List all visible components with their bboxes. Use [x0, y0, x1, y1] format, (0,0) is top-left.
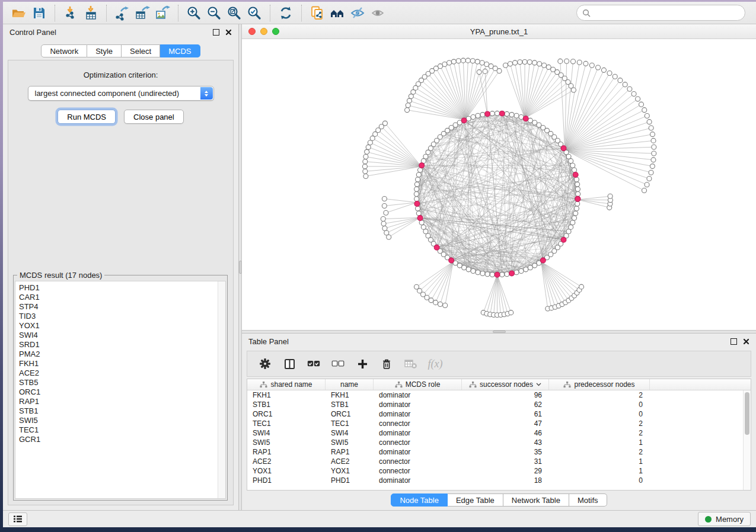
table-row[interactable]: YOX1YOX1connector291 — [247, 466, 743, 476]
graph-node[interactable] — [596, 65, 601, 70]
graph-node[interactable] — [429, 298, 433, 303]
graph-node[interactable] — [476, 113, 480, 118]
table-row[interactable]: TEC1TEC1connector472 — [247, 419, 743, 428]
mcds-result-item[interactable]: STP4 — [19, 302, 225, 312]
graph-node[interactable] — [471, 269, 476, 274]
mcds-result-item[interactable]: STB1 — [19, 406, 225, 416]
table-row[interactable]: SWI4SWI4dominator462 — [247, 428, 743, 438]
tab-network-table[interactable]: Network Table — [503, 493, 569, 507]
graph-node[interactable] — [575, 187, 580, 191]
graph-node[interactable] — [363, 174, 368, 178]
task-history-button[interactable] — [8, 512, 27, 526]
graph-node[interactable] — [447, 60, 452, 65]
graph-node[interactable] — [514, 270, 519, 275]
graph-node[interactable] — [509, 113, 514, 117]
graph-node[interactable] — [649, 126, 653, 130]
tab-node-table[interactable]: Node Table — [391, 493, 448, 507]
run-mcds-button[interactable]: Run MCDS — [58, 110, 116, 124]
select-all-rows-button[interactable] — [307, 358, 320, 370]
column-header-mcds-role[interactable]: MCDS role — [374, 379, 462, 390]
mcds-result-item[interactable]: TID3 — [19, 312, 225, 321]
mcds-result-item[interactable]: GCR1 — [19, 435, 225, 444]
graph-node[interactable] — [421, 225, 426, 229]
graph-node[interactable] — [414, 197, 419, 201]
column-header-name[interactable]: name — [326, 379, 374, 390]
graph-node[interactable] — [414, 192, 419, 197]
graph-node[interactable] — [570, 220, 575, 225]
graph-node[interactable] — [466, 267, 471, 272]
zoom-fit-button[interactable] — [224, 4, 244, 23]
graph-node[interactable] — [572, 216, 576, 220]
graph-hub-node[interactable] — [561, 146, 566, 151]
graph-node[interactable] — [451, 59, 456, 64]
graph-node[interactable] — [558, 59, 563, 63]
graph-node[interactable] — [575, 201, 580, 206]
graph-node[interactable] — [405, 108, 410, 113]
graph-node[interactable] — [518, 60, 522, 65]
graph-hub-node[interactable] — [419, 163, 425, 168]
graph-node[interactable] — [546, 65, 551, 69]
graph-node[interactable] — [438, 302, 442, 307]
tab-edge-table[interactable]: Edge Table — [448, 493, 503, 507]
graph-node[interactable] — [370, 136, 375, 140]
mcds-result-item[interactable]: ACE2 — [19, 368, 225, 378]
graph-node[interactable] — [365, 149, 369, 154]
graph-node[interactable] — [564, 59, 569, 63]
graph-node[interactable] — [569, 225, 573, 229]
graph-node[interactable] — [363, 169, 368, 174]
scrollbar-thumb[interactable] — [745, 392, 749, 435]
graph-node[interactable] — [532, 60, 537, 65]
graph-hub-node[interactable] — [509, 271, 515, 276]
graph-hub-node[interactable] — [417, 216, 423, 221]
graph-node[interactable] — [409, 94, 413, 99]
close-panel-icon[interactable] — [225, 29, 232, 36]
new-network-from-selection-button[interactable] — [307, 4, 327, 23]
graph-node[interactable] — [505, 272, 509, 277]
close-panel-icon[interactable] — [743, 338, 749, 345]
search-field[interactable] — [576, 5, 745, 21]
graph-node[interactable] — [485, 272, 490, 277]
column-header-successor-nodes[interactable]: successor nodes — [462, 379, 549, 390]
graph-hub-node[interactable] — [461, 118, 467, 123]
mcds-result-item[interactable]: TEC1 — [19, 425, 225, 435]
graph-node[interactable] — [532, 120, 537, 125]
mcds-result-item[interactable]: STB5 — [19, 378, 225, 387]
network-canvas[interactable] — [242, 39, 756, 330]
graph-node[interactable] — [519, 115, 524, 120]
graph-node[interactable] — [570, 59, 575, 64]
graph-node[interactable] — [363, 154, 368, 159]
graph-node[interactable] — [651, 158, 656, 162]
graph-hub-node[interactable] — [485, 111, 490, 117]
optimization-criterion-select[interactable]: largest connected component (undirected) — [28, 86, 214, 101]
graph-node[interactable] — [382, 204, 387, 209]
table-row[interactable]: FKH1FKH1dominator962 — [247, 390, 743, 400]
mcds-result-item[interactable]: PHD1 — [19, 283, 225, 293]
graph-node[interactable] — [443, 303, 448, 308]
graph-node[interactable] — [649, 170, 653, 175]
graph-node[interactable] — [407, 98, 412, 103]
graph-node[interactable] — [387, 235, 391, 239]
table-row[interactable]: SWI5SWI5connector431 — [247, 438, 743, 447]
graph-node[interactable] — [542, 63, 547, 68]
graph-node[interactable] — [645, 182, 649, 187]
search-input[interactable] — [594, 8, 739, 17]
graph-node[interactable] — [522, 59, 527, 64]
graph-node[interactable] — [514, 113, 519, 118]
graph-node[interactable] — [527, 60, 532, 65]
tab-motifs[interactable]: Motifs — [569, 493, 607, 507]
graph-node[interactable] — [480, 113, 485, 117]
table-row[interactable]: STB1STB1dominator620 — [247, 400, 743, 409]
graph-node[interactable] — [462, 265, 467, 270]
graph-node[interactable] — [618, 78, 623, 83]
graph-node[interactable] — [414, 182, 419, 187]
graph-node[interactable] — [647, 120, 652, 124]
graph-node[interactable] — [416, 211, 421, 216]
graph-node[interactable] — [645, 114, 649, 118]
graph-node[interactable] — [513, 60, 518, 65]
import-network-button[interactable] — [60, 4, 81, 23]
graph-node[interactable] — [577, 60, 582, 65]
graph-node[interactable] — [470, 59, 475, 63]
graph-hub-node[interactable] — [523, 116, 528, 121]
graph-node[interactable] — [608, 194, 613, 198]
mcds-result-item[interactable]: YOX1 — [19, 321, 225, 331]
